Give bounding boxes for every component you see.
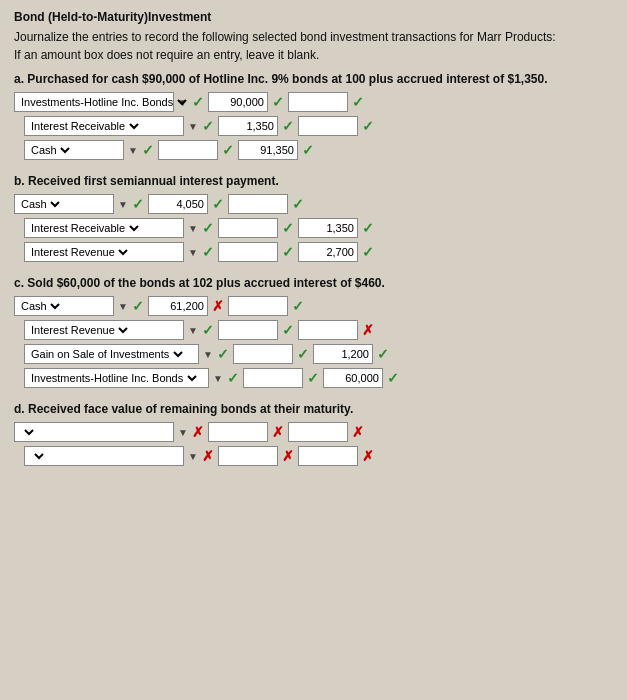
debit-box-c3[interactable]: [233, 344, 293, 364]
account-dropdown-d1[interactable]: [17, 423, 37, 441]
check-a3-debit: ✓: [222, 142, 234, 158]
check-a3-credit: ✓: [302, 142, 314, 158]
credit-box-b1[interactable]: [228, 194, 288, 214]
debit-input-b1[interactable]: [149, 198, 204, 210]
arrow-c4: ▼: [213, 373, 223, 384]
account-select-c4[interactable]: Investments-Hotline Inc. Bonds: [24, 368, 209, 388]
account-dropdown-c4[interactable]: Investments-Hotline Inc. Bonds: [27, 369, 200, 387]
arrow-a2: ▼: [188, 121, 198, 132]
debit-box-a2[interactable]: [218, 116, 278, 136]
check-b3-credit: ✓: [362, 244, 374, 260]
check-b2-debit: ✓: [282, 220, 294, 236]
check-a1-account: ✓: [192, 94, 204, 110]
arrow-c1: ▼: [118, 301, 128, 312]
account-select-a3[interactable]: Cash: [24, 140, 124, 160]
credit-box-c3[interactable]: [313, 344, 373, 364]
credit-box-a2[interactable]: [298, 116, 358, 136]
credit-input-a3[interactable]: [239, 144, 294, 156]
debit-input-c1[interactable]: [149, 300, 204, 312]
page-title: Bond (Held-to-Maturity)Investment: [14, 10, 613, 24]
section-b-label: b.: [14, 174, 25, 188]
account-select-b1[interactable]: Cash: [14, 194, 114, 214]
check-c3-account: ✓: [217, 346, 229, 362]
check-a3-account: ✓: [142, 142, 154, 158]
instruction-2: If an amount box does not require an ent…: [14, 48, 613, 62]
check-c3-debit: ✓: [297, 346, 309, 362]
credit-box-c4[interactable]: [323, 368, 383, 388]
debit-input-a2[interactable]: [219, 120, 274, 132]
check-a2-account: ✓: [202, 118, 214, 134]
instruction-1: Journalize the entries to record the fol…: [14, 30, 613, 44]
check-c3-credit: ✓: [377, 346, 389, 362]
debit-box-c1[interactable]: [148, 296, 208, 316]
arrow-a3: ▼: [128, 145, 138, 156]
section-d-desc: Received face value of remaining bonds a…: [28, 402, 353, 416]
check-d2-credit: ✗: [362, 448, 374, 464]
account-select-c2[interactable]: Interest Revenue: [24, 320, 184, 340]
account-dropdown-a1[interactable]: Investments-Hotline Inc. Bonds: [17, 93, 190, 111]
account-dropdown-c2[interactable]: Interest Revenue: [27, 321, 131, 339]
debit-box-d2[interactable]: [218, 446, 278, 466]
credit-box-a3[interactable]: [238, 140, 298, 160]
arrow-b3: ▼: [188, 247, 198, 258]
check-c2-account: ✓: [202, 322, 214, 338]
section-d-row-2: ▼ ✗ ✗ ✗: [24, 446, 613, 466]
check-c1-debit: ✗: [212, 298, 224, 314]
credit-box-b3[interactable]: [298, 242, 358, 262]
section-c-row-4: Investments-Hotline Inc. Bonds ▼ ✓ ✓ ✓: [24, 368, 613, 388]
section-a: a. Purchased for cash $90,000 of Hotline…: [14, 72, 613, 160]
account-select-c3[interactable]: Gain on Sale of Investments: [24, 344, 199, 364]
section-c-desc: Sold $60,000 of the bonds at 102 plus ac…: [27, 276, 384, 290]
section-b-row-2: Interest Receivable ▼ ✓ ✓ ✓: [24, 218, 613, 238]
account-select-c1[interactable]: Cash: [14, 296, 114, 316]
credit-box-a1[interactable]: [288, 92, 348, 112]
debit-box-a3[interactable]: [158, 140, 218, 160]
account-dropdown-b3[interactable]: Interest Revenue: [27, 243, 131, 261]
section-b-row-3: Interest Revenue ▼ ✓ ✓ ✓: [24, 242, 613, 262]
credit-box-c2[interactable]: [298, 320, 358, 340]
account-dropdown-a2[interactable]: Interest Receivable: [27, 117, 142, 135]
arrow-b2: ▼: [188, 223, 198, 234]
credit-box-b2[interactable]: [298, 218, 358, 238]
account-dropdown-c3[interactable]: Gain on Sale of Investments: [27, 345, 186, 363]
account-select-b3[interactable]: Interest Revenue: [24, 242, 184, 262]
debit-box-a1[interactable]: [208, 92, 268, 112]
credit-input-c3[interactable]: [314, 348, 369, 360]
debit-box-c2[interactable]: [218, 320, 278, 340]
debit-box-b2[interactable]: [218, 218, 278, 238]
section-a-label: a.: [14, 72, 24, 86]
credit-box-d2[interactable]: [298, 446, 358, 466]
section-a-desc: Purchased for cash $90,000 of Hotline In…: [27, 72, 547, 86]
account-dropdown-c1[interactable]: Cash: [17, 297, 63, 315]
account-select-b2[interactable]: Interest Receivable: [24, 218, 184, 238]
account-dropdown-b2[interactable]: Interest Receivable: [27, 219, 142, 237]
section-c-header: c. Sold $60,000 of the bonds at 102 plus…: [14, 276, 613, 290]
account-select-d1[interactable]: [14, 422, 174, 442]
debit-box-c4[interactable]: [243, 368, 303, 388]
account-dropdown-d2[interactable]: [27, 447, 47, 465]
credit-input-b3[interactable]: [299, 246, 354, 258]
check-d1-debit: ✗: [272, 424, 284, 440]
account-dropdown-a3[interactable]: Cash: [27, 141, 73, 159]
section-b-desc: Received first semiannual interest payme…: [28, 174, 279, 188]
credit-box-d1[interactable]: [288, 422, 348, 442]
debit-box-b3[interactable]: [218, 242, 278, 262]
check-d1-account: ✗: [192, 424, 204, 440]
account-select-d2[interactable]: [24, 446, 184, 466]
credit-input-b2[interactable]: [299, 222, 354, 234]
section-d: d. Received face value of remaining bond…: [14, 402, 613, 466]
account-select-a2[interactable]: Interest Receivable: [24, 116, 184, 136]
arrow-c2: ▼: [188, 325, 198, 336]
account-dropdown-b1[interactable]: Cash: [17, 195, 63, 213]
check-b2-credit: ✓: [362, 220, 374, 236]
check-b1-account: ✓: [132, 196, 144, 212]
section-b: b. Received first semiannual interest pa…: [14, 174, 613, 262]
debit-input-a1[interactable]: [209, 96, 264, 108]
debit-box-d1[interactable]: [208, 422, 268, 442]
section-d-row-1: ▼ ✗ ✗ ✗: [14, 422, 613, 442]
account-select-a1[interactable]: Investments-Hotline Inc. Bonds: [14, 92, 174, 112]
credit-box-c1[interactable]: [228, 296, 288, 316]
check-b2-account: ✓: [202, 220, 214, 236]
debit-box-b1[interactable]: [148, 194, 208, 214]
credit-input-c4[interactable]: [324, 372, 379, 384]
